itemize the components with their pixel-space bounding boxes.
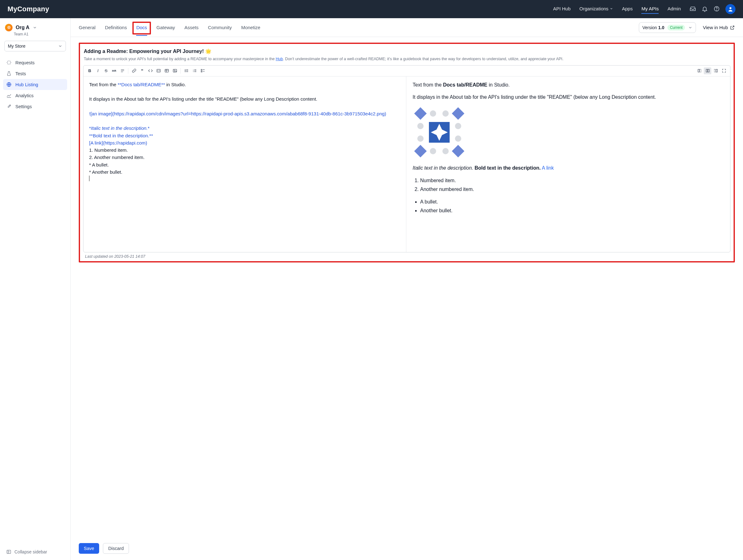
panel-title: Adding a Readme: Empowering your API Jou…	[84, 48, 731, 54]
collapse-sidebar-button[interactable]: Collapse sidebar	[3, 547, 67, 557]
nav-organizations-label: Organizations	[579, 6, 609, 11]
ul-button[interactable]	[183, 67, 190, 74]
discard-button[interactable]: Discard	[103, 543, 129, 554]
hub-link[interactable]: Hub	[276, 57, 283, 61]
tab-assets[interactable]: Assets	[184, 19, 199, 36]
readme-image	[412, 106, 466, 159]
nav-apps[interactable]: Apps	[622, 6, 632, 12]
org-badge-icon: ⦿	[5, 24, 12, 31]
svg-rect-17	[698, 69, 699, 72]
svg-rect-15	[201, 69, 202, 70]
chevron-down-icon	[58, 44, 62, 48]
tab-general[interactable]: General	[79, 19, 95, 36]
help-icon[interactable]	[713, 6, 720, 13]
tab-gateway[interactable]: Gateway	[157, 19, 175, 36]
svg-point-2	[730, 7, 731, 9]
tab-definitions[interactable]: Definitions	[105, 19, 127, 36]
tab-docs[interactable]: Docs	[136, 19, 147, 36]
preview-bold: Bold text in the description.	[474, 165, 540, 171]
sidebar-item-label: Analytics	[15, 93, 34, 98]
version-label: Version 1.0	[642, 25, 664, 30]
preview-only-button[interactable]	[712, 67, 719, 74]
sidebar-item-analytics[interactable]: Analytics	[3, 90, 67, 101]
sidebar-item-label: Hub Listing	[15, 82, 38, 87]
version-select[interactable]: Version 1.0 Current	[639, 22, 696, 33]
svg-point-33	[455, 123, 461, 129]
svg-rect-21	[714, 69, 715, 72]
hr-button[interactable]: HR	[111, 67, 118, 74]
org-selector[interactable]: ⦿ Org A	[3, 24, 67, 33]
collapse-label: Collapse sidebar	[14, 549, 47, 554]
list-item: Another bullet.	[420, 206, 724, 215]
sidebar-item-tests[interactable]: Tests	[3, 68, 67, 79]
strike-button[interactable]: S	[102, 67, 110, 74]
list-item: A bullet.	[420, 198, 724, 206]
store-select[interactable]: My Store	[4, 41, 66, 51]
link-button[interactable]	[130, 67, 138, 74]
svg-rect-20	[708, 69, 709, 72]
nav-organizations[interactable]: Organizations	[579, 6, 613, 12]
image-button[interactable]	[171, 67, 179, 74]
line-break-button[interactable]	[119, 67, 126, 74]
preview-italic: Italic text in the description.	[412, 165, 473, 171]
version-badge: Current	[667, 25, 685, 31]
sidebar: ⦿ Org A Team A1 My Store Requests Tests …	[0, 18, 71, 560]
nav-api-hub[interactable]: API Hub	[553, 6, 571, 12]
ol-button[interactable]: 123	[191, 67, 198, 74]
footer-actions: Save Discard	[71, 539, 743, 560]
nav-admin[interactable]: Admin	[667, 6, 681, 12]
markdown-editor[interactable]: Text from the **Docs tab/README** in Stu…	[83, 77, 406, 252]
view-in-hub-button[interactable]: View in Hub	[703, 25, 735, 30]
svg-point-34	[455, 135, 461, 142]
italic-button[interactable]: I	[94, 67, 102, 74]
editor-box: B I S HR ” 123	[83, 65, 731, 252]
svg-point-27	[430, 110, 436, 116]
svg-point-32	[417, 135, 424, 142]
markdown-preview: Text from the Docs tab/README in Studio.…	[406, 77, 730, 252]
svg-rect-22	[716, 69, 717, 72]
main: General Definitions Docs Gateway Assets …	[71, 18, 743, 560]
code-button[interactable]	[146, 67, 154, 74]
list-item: Numbered item.	[420, 177, 724, 185]
sidebar-item-hub-listing[interactable]: Hub Listing	[3, 79, 67, 90]
svg-marker-26	[452, 145, 464, 157]
preview-link[interactable]: A link	[542, 165, 554, 171]
svg-rect-16	[201, 71, 202, 72]
fullscreen-button[interactable]	[720, 67, 728, 74]
chevron-down-icon	[610, 6, 613, 11]
sidebar-item-settings[interactable]: Settings	[3, 101, 67, 112]
svg-rect-5	[157, 69, 160, 72]
tab-monetize[interactable]: Monetize	[241, 19, 260, 36]
list-item: Another numbered item.	[420, 185, 724, 193]
avatar[interactable]	[726, 4, 736, 14]
bold-button[interactable]: B	[86, 67, 93, 74]
svg-point-31	[417, 123, 424, 129]
editor-only-button[interactable]	[696, 67, 703, 74]
tab-bar: General Definitions Docs Gateway Assets …	[71, 18, 743, 37]
store-label: My Store	[8, 44, 26, 49]
table-button[interactable]	[163, 67, 170, 74]
chevron-down-icon	[688, 26, 693, 30]
tab-docs-label: Docs	[136, 25, 147, 30]
nav-my-apis[interactable]: My APIs	[641, 6, 659, 12]
sidebar-item-requests[interactable]: Requests	[3, 57, 67, 68]
readme-panel: Adding a Readme: Empowering your API Jou…	[79, 43, 735, 263]
quote-button[interactable]: ”	[138, 67, 146, 74]
split-view-button[interactable]	[704, 67, 711, 74]
editor-toolbar: B I S HR ” 123	[83, 65, 730, 77]
svg-point-8	[174, 70, 174, 71]
svg-point-30	[442, 148, 449, 154]
org-team: Team A1	[14, 32, 67, 36]
bell-icon[interactable]	[702, 6, 708, 13]
task-list-button[interactable]	[199, 67, 207, 74]
sidebar-item-label: Tests	[15, 71, 26, 76]
tab-community[interactable]: Community	[208, 19, 232, 36]
svg-point-11	[185, 72, 185, 72]
svg-rect-6	[165, 69, 168, 72]
save-button[interactable]: Save	[79, 543, 99, 554]
inbox-icon[interactable]	[690, 6, 696, 13]
codeblock-button[interactable]	[155, 67, 162, 74]
svg-rect-19	[706, 69, 707, 72]
svg-marker-23	[414, 107, 427, 120]
chevron-down-icon	[33, 26, 37, 30]
